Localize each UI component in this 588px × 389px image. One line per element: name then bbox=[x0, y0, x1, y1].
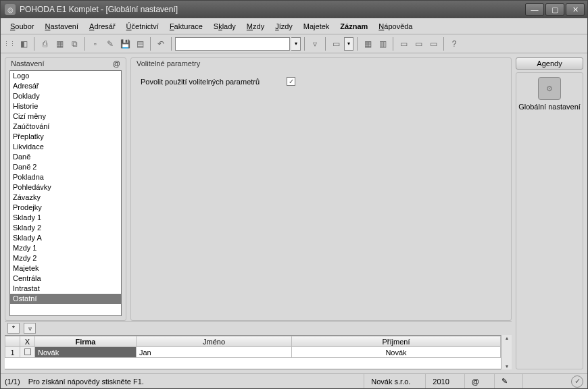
toolbar-grip-icon: ⋮⋮ bbox=[3, 41, 16, 47]
cell-firma[interactable]: Novák bbox=[35, 347, 137, 358]
status-company: Novák s.r.o. bbox=[364, 374, 417, 388]
settings-item-pohledávky[interactable]: Pohledávky bbox=[10, 182, 121, 192]
cell-jmeno[interactable]: Jan bbox=[137, 347, 292, 358]
settings-icon: ⚙ bbox=[538, 77, 561, 100]
app-icon: ◎ bbox=[5, 4, 16, 15]
settings-item-ostatní[interactable]: Ostatní bbox=[10, 294, 121, 304]
toolbar-btn-folder[interactable]: ▭ bbox=[329, 37, 343, 51]
settings-item-mzdy-1[interactable]: Mzdy 1 bbox=[10, 243, 121, 253]
toolbar-btn-brush[interactable]: ✎ bbox=[103, 37, 117, 51]
menu-item-10[interactable]: Nápověda bbox=[373, 20, 418, 32]
window-title: POHODA E1 Komplet - [Globální nastavení] bbox=[20, 5, 525, 14]
settings-item-zaúčtování[interactable]: Zaúčtování bbox=[10, 122, 121, 132]
toolbar-btn-panel2[interactable]: ▭ bbox=[412, 37, 425, 51]
settings-item-daně-2[interactable]: Daně 2 bbox=[10, 162, 121, 172]
status-hint: Pro získání nápovědy stiskněte F1. bbox=[28, 378, 144, 386]
table-row[interactable]: 1NovákJanNovák bbox=[5, 347, 501, 358]
app-window: ◎ POHODA E1 Komplet - [Globální nastaven… bbox=[0, 0, 588, 389]
statusbar: (1/1) Pro získání nápovědy stiskněte F1.… bbox=[1, 373, 587, 388]
toolbar-btn-help[interactable]: ? bbox=[447, 37, 461, 51]
row-checkbox[interactable] bbox=[20, 347, 35, 358]
toolbar-btn-grid2[interactable]: ▥ bbox=[376, 37, 389, 51]
settings-item-sklady-a[interactable]: Sklady A bbox=[10, 233, 121, 243]
toolbar-btn-filter[interactable]: ▿ bbox=[308, 37, 322, 51]
grid-header-row: X Firma Jméno Příjmení bbox=[5, 336, 501, 347]
menu-item-1[interactable]: Nastavení bbox=[39, 20, 84, 32]
agendy-item-label: Globální nastavení bbox=[518, 103, 581, 111]
settings-item-sklady-2[interactable]: Sklady 2 bbox=[10, 223, 121, 233]
bottom-grid-area: * ▿ X Firma Jméno Příjmen bbox=[5, 321, 512, 369]
minimize-button[interactable]: — bbox=[525, 3, 544, 16]
agendy-item-global-settings[interactable]: ⚙ Globální nastavení bbox=[516, 72, 583, 369]
scroll-down-icon[interactable]: ▾ bbox=[506, 363, 508, 369]
grid-col-check[interactable]: X bbox=[20, 336, 35, 347]
toolbar-search-input[interactable] bbox=[175, 37, 290, 51]
grid-col-firma[interactable]: Firma bbox=[35, 336, 137, 347]
menu-item-9[interactable]: Záznam bbox=[335, 20, 373, 32]
settings-item-historie[interactable]: Historie bbox=[10, 101, 121, 111]
toolbar-btn-1[interactable]: ◧ bbox=[17, 37, 30, 51]
grid-tab-all[interactable]: * bbox=[7, 323, 20, 334]
maximize-button[interactable]: ▢ bbox=[545, 3, 564, 16]
settings-item-likvidace[interactable]: Likvidace bbox=[10, 142, 121, 152]
menu-item-6[interactable]: Mzdy bbox=[241, 20, 270, 32]
cell-prijmeni[interactable]: Novák bbox=[292, 347, 501, 358]
menubar: SouborNastaveníAdresářÚčetnictvíFakturac… bbox=[1, 18, 587, 34]
enable-params-label: Povolit použití volitelných parametrů bbox=[141, 78, 260, 86]
grid-col-jmeno[interactable]: Jméno bbox=[137, 336, 292, 347]
toolbar-folder-dropdown[interactable]: ▾ bbox=[344, 37, 353, 51]
menu-item-2[interactable]: Adresář bbox=[84, 20, 121, 32]
toolbar-btn-save2[interactable]: ▤ bbox=[133, 37, 147, 51]
agendy-header: Agendy bbox=[516, 57, 583, 70]
toolbar-btn-save[interactable]: 💾 bbox=[118, 37, 132, 51]
settings-item-adresář[interactable]: Adresář bbox=[10, 81, 121, 91]
settings-item-pokladna[interactable]: Pokladna bbox=[10, 172, 121, 182]
toolbar-btn-grid1[interactable]: ▦ bbox=[361, 37, 374, 51]
menu-item-7[interactable]: Jízdy bbox=[270, 20, 298, 32]
close-button[interactable]: ✕ bbox=[566, 3, 585, 16]
grid-tab-filter[interactable]: ▿ bbox=[24, 323, 36, 334]
settings-item-centrála[interactable]: Centrála bbox=[10, 274, 121, 284]
scroll-up-icon[interactable]: ▴ bbox=[506, 335, 508, 341]
toolbar-search-dropdown[interactable]: ▾ bbox=[291, 37, 301, 51]
grid-scrollbar[interactable]: ▴ ▾ bbox=[501, 335, 512, 369]
status-year: 2010 bbox=[425, 374, 456, 388]
titlebar: ◎ POHODA E1 Komplet - [Globální nastaven… bbox=[1, 1, 587, 18]
toolbar-btn-book[interactable]: ▦ bbox=[53, 37, 66, 51]
settings-listbox[interactable]: LogoAdresářDokladyHistorieCizí měnyZaúčt… bbox=[9, 70, 122, 316]
toolbar: ⋮⋮ ◧ ⎙ ▦ ⧉ ▫ ✎ 💾 ▤ ↶ ▾ ▿ ▭ ▾ ▦ ▥ ▭ ▭ ▭ ? bbox=[1, 34, 587, 53]
toolbar-btn-print[interactable]: ⎙ bbox=[38, 37, 51, 51]
settings-item-cizí-měny[interactable]: Cizí měny bbox=[10, 111, 121, 122]
settings-item-závazky[interactable]: Závazky bbox=[10, 192, 121, 203]
settings-item-majetek[interactable]: Majetek bbox=[10, 263, 121, 274]
toolbar-btn-panel3[interactable]: ▭ bbox=[426, 37, 440, 51]
status-ok-icon: ✓ bbox=[571, 375, 583, 388]
settings-item-mzdy-2[interactable]: Mzdy 2 bbox=[10, 253, 121, 263]
enable-params-checkbox[interactable]: ✓ bbox=[287, 77, 295, 86]
settings-panel-badge: @ bbox=[113, 59, 120, 68]
toolbar-btn-new[interactable]: ▫ bbox=[89, 37, 102, 51]
settings-panel: Nastavení @ LogoAdresářDokladyHistorieCi… bbox=[5, 57, 126, 321]
settings-item-intrastat[interactable]: Intrastat bbox=[10, 284, 121, 294]
data-grid[interactable]: X Firma Jméno Příjmení 1NovákJanNovák bbox=[5, 335, 501, 369]
status-edit-icon: ✎ bbox=[494, 374, 514, 388]
settings-item-doklady[interactable]: Doklady bbox=[10, 91, 121, 101]
row-number: 1 bbox=[5, 347, 20, 358]
menu-item-0[interactable]: Soubor bbox=[5, 20, 39, 32]
menu-item-5[interactable]: Sklady bbox=[208, 20, 241, 32]
status-pos: (1/1) bbox=[5, 378, 20, 386]
toolbar-btn-undo[interactable]: ↶ bbox=[154, 37, 168, 51]
settings-item-sklady-1[interactable]: Sklady 1 bbox=[10, 213, 121, 223]
settings-item-daně[interactable]: Daně bbox=[10, 152, 121, 162]
toolbar-btn-panel1[interactable]: ▭ bbox=[397, 37, 410, 51]
toolbar-btn-copy[interactable]: ⧉ bbox=[68, 37, 81, 51]
status-at: @ bbox=[464, 374, 486, 388]
menu-item-4[interactable]: Fakturace bbox=[164, 20, 208, 32]
menu-item-8[interactable]: Majetek bbox=[298, 20, 335, 32]
settings-item-přeplatky[interactable]: Přeplatky bbox=[10, 132, 121, 142]
settings-item-logo[interactable]: Logo bbox=[10, 71, 121, 81]
grid-col-prijmeni[interactable]: Příjmení bbox=[292, 336, 501, 347]
main-area: Nastavení @ LogoAdresářDokladyHistorieCi… bbox=[1, 53, 587, 373]
settings-item-prodejky[interactable]: Prodejky bbox=[10, 203, 121, 213]
menu-item-3[interactable]: Účetnictví bbox=[121, 20, 164, 32]
